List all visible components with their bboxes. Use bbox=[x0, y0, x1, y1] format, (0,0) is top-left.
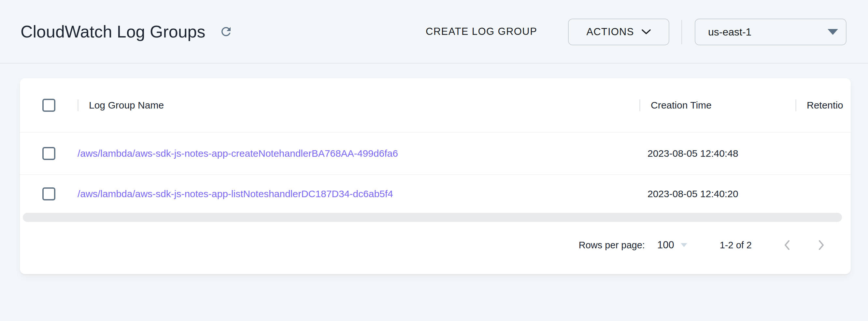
creation-time-value: 2023-08-05 12:40:48 bbox=[639, 148, 795, 159]
next-page-button[interactable] bbox=[813, 237, 830, 254]
chevron-right-icon bbox=[817, 239, 825, 251]
horizontal-scrollbar[interactable] bbox=[20, 213, 851, 222]
row-checkbox[interactable] bbox=[42, 187, 55, 200]
row-checkbox[interactable] bbox=[42, 147, 55, 160]
chevron-left-icon bbox=[783, 239, 791, 251]
rows-per-page-label: Rows per page: bbox=[579, 240, 645, 251]
column-header-log-group-name: Log Group Name bbox=[70, 78, 639, 132]
scrollbar-thumb[interactable] bbox=[23, 213, 842, 222]
title-group: CloudWatch Log Groups bbox=[21, 0, 235, 63]
rows-per-page-select[interactable]: 100 bbox=[657, 239, 687, 251]
create-log-group-button[interactable]: CREATE LOG GROUP bbox=[418, 0, 544, 63]
previous-page-button[interactable] bbox=[778, 237, 795, 254]
column-header-retention: Retentio bbox=[795, 78, 851, 132]
pagination: Rows per page: 100 1-2 of 2 bbox=[20, 222, 851, 274]
caret-down-icon bbox=[828, 29, 838, 35]
column-header-label: Creation Time bbox=[651, 100, 712, 111]
log-group-link[interactable]: /aws/lambda/aws-sdk-js-notes-app-listNot… bbox=[78, 188, 393, 199]
rows-per-page-value: 100 bbox=[657, 239, 674, 251]
table-row: /aws/lambda/aws-sdk-js-notes-app-createN… bbox=[20, 132, 851, 174]
page-header: CloudWatch Log Groups CREATE LOG GROUP A… bbox=[0, 0, 868, 63]
region-select[interactable]: us-east-1 bbox=[695, 19, 846, 45]
refresh-button[interactable] bbox=[217, 23, 235, 41]
actions-button[interactable]: ACTIONS bbox=[568, 19, 669, 45]
table-header-row: Log Group Name Creation Time Retentio bbox=[20, 78, 851, 132]
actions-button-label: ACTIONS bbox=[586, 26, 634, 38]
page-range-label: 1-2 of 2 bbox=[720, 240, 752, 251]
table-row: /aws/lambda/aws-sdk-js-notes-app-listNot… bbox=[20, 174, 851, 213]
refresh-icon bbox=[219, 25, 233, 38]
page-title: CloudWatch Log Groups bbox=[21, 22, 205, 41]
column-header-creation-time: Creation Time bbox=[639, 78, 795, 132]
creation-time-value: 2023-08-05 12:40:20 bbox=[639, 188, 795, 199]
region-select-value: us-east-1 bbox=[708, 26, 828, 38]
column-header-label: Log Group Name bbox=[89, 100, 164, 111]
caret-down-icon bbox=[681, 243, 687, 247]
chevron-down-icon bbox=[641, 29, 651, 35]
log-groups-card: Log Group Name Creation Time Retentio /a… bbox=[20, 78, 851, 274]
select-all-checkbox[interactable] bbox=[42, 99, 55, 112]
log-group-link[interactable]: /aws/lambda/aws-sdk-js-notes-app-createN… bbox=[78, 148, 398, 159]
column-header-label: Retentio bbox=[807, 100, 843, 111]
topbar-divider bbox=[681, 20, 682, 44]
